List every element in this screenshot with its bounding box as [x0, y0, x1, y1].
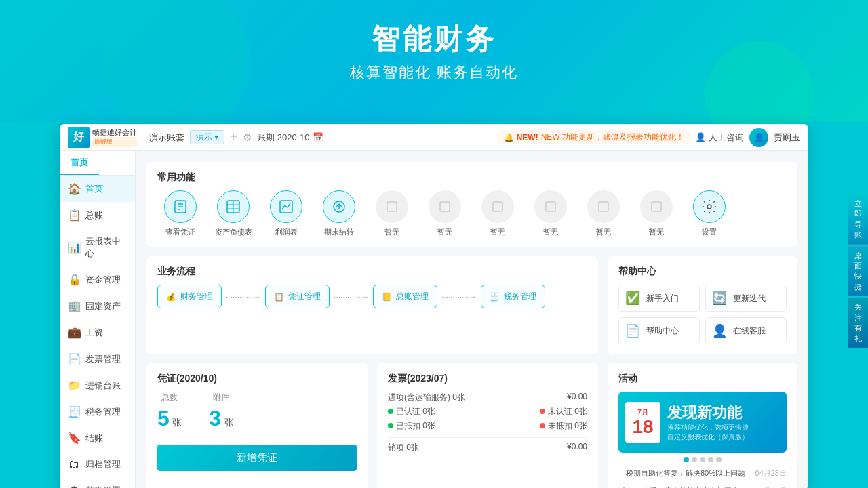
- feature-period-label: 期末结转: [324, 227, 354, 237]
- logo-badge: 旗舰版: [92, 137, 137, 147]
- feature-settings[interactable]: 设置: [686, 190, 732, 237]
- nav-tab-home[interactable]: 首页: [60, 151, 99, 175]
- common-features-section: 常用功能 查看凭证: [146, 162, 797, 247]
- feature-voucher-icon: [164, 190, 197, 223]
- feature-settings-icon: [693, 190, 726, 223]
- feature-empty-2-icon: [429, 190, 461, 223]
- help-update-icon: 🔄: [711, 291, 728, 306]
- feature-profit[interactable]: 利润表: [263, 190, 309, 237]
- workflow-voucher-icon: 📋: [274, 292, 284, 302]
- app-window: 好 畅捷通好会计 旗舰版 演示账套 演示 ▾ + ⚙ 账期 2020-10 📅 …: [60, 124, 808, 488]
- content-area: 首页 🏠 首页 📋 总账 📊 云报表中心 🔒 资金管理 🏢 固定资产: [60, 151, 808, 488]
- workflow-items: 💰 财务管理 ············→ 📋 凭证管理 ············…: [157, 285, 587, 308]
- feature-empty-6: 暂无: [633, 190, 679, 237]
- news-item-1[interactable]: 「税期自助化答复」解决80%以上问题 04月28日: [618, 466, 787, 481]
- sidebar-item-ledger[interactable]: 📋 总账: [60, 202, 135, 228]
- demo-tag-badge[interactable]: 演示 ▾: [190, 130, 224, 144]
- voucher-total: 总数 5 张: [157, 392, 182, 431]
- feature-empty-1: 暂无: [369, 190, 415, 237]
- home-icon: 🏠: [68, 182, 80, 195]
- invoice-sales-amount: ¥0.00: [567, 442, 587, 453]
- sidebar-item-funds[interactable]: 🔒 资金管理: [60, 266, 135, 293]
- feature-empty-6-icon: [640, 190, 673, 223]
- feature-empty-2: 暂无: [422, 190, 468, 237]
- help-center[interactable]: 📄 帮助中心: [618, 317, 700, 344]
- feature-balance-sheet[interactable]: 资产负债表: [210, 190, 256, 237]
- workflow-finance-label: 财务管理: [180, 291, 213, 302]
- ai-icon: 👤: [695, 132, 706, 142]
- workflow-tax[interactable]: 🧾 税务管理: [481, 285, 545, 308]
- ledger-icon: 📋: [68, 209, 80, 222]
- user-name: 贾嗣玉: [774, 131, 800, 144]
- banner-main-text: 发现新功能: [667, 403, 780, 423]
- float-btn-2[interactable]: 桌面快捷: [848, 245, 868, 296]
- feature-empty-3-icon: [481, 190, 514, 223]
- sidebar-item-reports[interactable]: 📊 云报表中心: [60, 228, 135, 266]
- feature-empty-4-label: 暂无: [543, 227, 558, 237]
- sidebar-item-close[interactable]: 🔖 结账: [60, 425, 135, 451]
- bell-icon: 🔔: [504, 133, 514, 142]
- sidebar-item-invoice[interactable]: 📄 发票管理: [60, 346, 135, 372]
- help-beginner[interactable]: ✅ 新手入门: [618, 285, 700, 312]
- sidebar-item-home[interactable]: 🏠 首页: [60, 176, 135, 202]
- help-update[interactable]: 🔄 更新迭代: [705, 285, 787, 312]
- sidebar-item-assets[interactable]: 🏢 固定资产: [60, 293, 135, 319]
- logo-text-area: 畅捷通好会计 旗舰版: [92, 127, 137, 147]
- dot-2: [692, 457, 697, 462]
- calendar-icon[interactable]: 📅: [313, 132, 323, 142]
- sidebar-item-archive[interactable]: 🗂 归档管理: [60, 451, 135, 477]
- feature-balance-icon: [217, 190, 250, 223]
- workflow-ledger[interactable]: 📒 总账管理: [373, 285, 437, 308]
- banner-sub1: 推荐功能优化，选项更快捷: [667, 423, 780, 432]
- settings-icon[interactable]: ⚙: [243, 131, 252, 144]
- feature-period-end[interactable]: 期末结转: [316, 190, 362, 237]
- news-item-2[interactable]: 「0711直播」库存核算之生产加工企... 07月10日: [618, 484, 787, 488]
- sidebar-item-settings[interactable]: ⚙ 基础设置: [60, 477, 135, 488]
- voucher-attachment-label: 附件: [209, 392, 233, 403]
- help-section: 帮助中心 ✅ 新手入门 🔄 更新迭代 📄 帮助中心: [608, 256, 797, 354]
- sidebar: 首页 🏠 首页 📋 总账 📊 云报表中心 🔒 资金管理 🏢 固定资产: [60, 151, 136, 488]
- user-avatar[interactable]: 👤: [749, 128, 768, 147]
- announcement-bar: 🔔 NEW! NEW!功能更新：账簿及报表功能优化！: [498, 130, 690, 144]
- hero-title-area: 智能财务 核算智能化 账务自动化: [350, 20, 518, 83]
- feature-empty-1-label: 暂无: [384, 227, 399, 237]
- news-text-1: 「税期自助化答复」解决80%以上问题: [618, 468, 745, 479]
- help-online[interactable]: 👤 在线客服: [705, 317, 787, 344]
- invoice-undeducted: 未抵扣 0张: [540, 420, 587, 432]
- workflow-voucher[interactable]: 📋 凭证管理: [265, 285, 330, 308]
- banner-date: 7月 18: [625, 402, 660, 443]
- float-btn-1[interactable]: 立即导账: [848, 195, 868, 245]
- help-center-label: 帮助中心: [646, 325, 679, 337]
- invoice-income-label: 进项(含运输服务) 0张: [388, 392, 465, 403]
- logo-icon: 好: [68, 127, 90, 148]
- workflow-arrow-1: ············→: [226, 292, 261, 302]
- voucher-attachment-unit: 张: [224, 417, 234, 428]
- feature-voucher[interactable]: 查看凭证: [157, 190, 203, 237]
- new-voucher-button[interactable]: 新增凭证: [157, 445, 357, 471]
- help-beginner-label: 新手入门: [646, 293, 679, 304]
- feature-empty-4-icon: [534, 190, 567, 223]
- help-grid: ✅ 新手入门 🔄 更新迭代 📄 帮助中心 👤: [618, 285, 787, 344]
- invoice-deducted: 已抵扣 0张: [388, 420, 435, 432]
- ai-consult-btn[interactable]: 👤 人工咨询: [695, 131, 744, 144]
- voucher-title: 凭证(2020/10): [157, 373, 357, 385]
- feature-period-icon: [323, 190, 355, 223]
- svg-rect-11: [387, 202, 397, 211]
- new-badge: NEW!: [517, 133, 538, 142]
- data-row: 凭证(2020/10) 总数 5 张 附件 3: [146, 363, 797, 488]
- sidebar-item-sales[interactable]: 📁 进销台账: [60, 372, 135, 399]
- nav-tab-bar: 首页: [60, 151, 135, 176]
- activity-section: 活动 7月 18 发现新功能 推荐功能优化，选项更快捷 自定义报表优化（保真版）: [608, 363, 797, 488]
- float-btn-3[interactable]: 关注有礼: [848, 298, 868, 348]
- demo-label: 演示账套: [149, 131, 184, 144]
- add-button[interactable]: +: [230, 130, 237, 144]
- invoice-deducted-row: 已抵扣 0张 未抵扣 0张: [388, 420, 587, 432]
- banner-day: 18: [632, 418, 653, 436]
- workflow-finance[interactable]: 💰 财务管理: [157, 285, 222, 308]
- sidebar-item-tax[interactable]: 🧾 税务管理: [60, 399, 135, 425]
- banner-sub2: 自定义报表优化（保真版）: [667, 432, 780, 442]
- workflow-title: 业务流程: [157, 266, 587, 278]
- sidebar-item-payroll[interactable]: 💼 工资: [60, 319, 135, 346]
- workflow-voucher-label: 凭证管理: [288, 291, 321, 302]
- svg-rect-16: [652, 202, 661, 211]
